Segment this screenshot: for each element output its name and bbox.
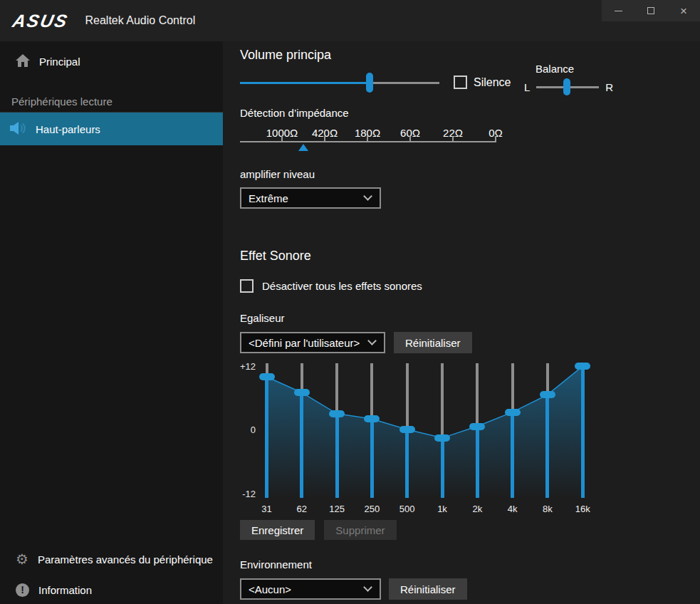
- eq-band-track-lower[interactable]: [370, 419, 374, 498]
- disable-effects-label: Désactiver tous les effets sonores: [262, 280, 422, 292]
- environment-reset-button[interactable]: Réinitialiser: [389, 578, 467, 600]
- speaker-icon: [10, 121, 28, 137]
- eq-band-track-upper[interactable]: [301, 363, 303, 392]
- home-icon: [16, 54, 30, 69]
- eq-band-track-lower[interactable]: [441, 438, 444, 498]
- equalizer-preset-value: <Défini par l'utilisateur>: [249, 337, 360, 349]
- eq-band-track-upper[interactable]: [406, 363, 409, 429]
- impedance-scale: 1000Ω420Ω180Ω60Ω22Ω0Ω: [240, 127, 499, 155]
- mute-label: Silence: [474, 76, 511, 89]
- close-icon: ×: [680, 5, 687, 17]
- volume-slider-fill: [240, 82, 370, 84]
- impedance-tick: [281, 136, 283, 141]
- main-content: Volume principa Silence Balance L: [223, 41, 700, 604]
- impedance-tick: [495, 136, 496, 141]
- delete-button[interactable]: Supprimer: [324, 520, 396, 540]
- balance-slider[interactable]: [536, 78, 599, 95]
- balance-right-label: R: [605, 81, 613, 93]
- amplifier-dropdown[interactable]: Extrême: [240, 187, 381, 209]
- eq-band-label: 500: [393, 504, 422, 514]
- eq-band-label: 2k: [463, 504, 491, 514]
- minimize-button[interactable]: [604, 0, 632, 21]
- sidebar-item-label: Paramètres avancés du périphérique: [38, 553, 213, 566]
- eq-band-track-lower[interactable]: [265, 377, 268, 498]
- mute-group: Silence: [454, 76, 511, 89]
- eq-band-label: 31: [253, 504, 281, 514]
- impedance-axis: [240, 141, 496, 142]
- close-button[interactable]: ×: [669, 0, 698, 21]
- eq-band-handle[interactable]: [364, 415, 380, 422]
- sidebar-item-principal[interactable]: Principal: [0, 47, 223, 76]
- eq-band-handle[interactable]: [434, 434, 450, 442]
- sidebar-item-label: Information: [38, 584, 92, 596]
- eq-band-handle[interactable]: [399, 426, 415, 433]
- sidebar-item-parametres-avances[interactable]: ⚙ Paramètres avancés du périphérique: [0, 543, 223, 576]
- eq-band-handle[interactable]: [329, 410, 345, 417]
- app-window: ASUS Realtek Audio Control × Principal P…: [0, 0, 700, 604]
- eq-band-handle[interactable]: [575, 363, 590, 370]
- volume-slider[interactable]: [240, 73, 439, 93]
- effects-title: Effet Sonore: [240, 248, 700, 264]
- equalizer-chart: +12 0 -12 31621252505001k2k4k8k16k: [240, 360, 610, 515]
- equalizer-preset-dropdown[interactable]: <Défini par l'utilisateur>: [240, 332, 385, 353]
- eq-curve: [240, 360, 610, 515]
- eq-band-track-upper[interactable]: [335, 363, 338, 414]
- sidebar: Principal Périphériques lecture Haut-par…: [0, 41, 223, 604]
- environment-dropdown[interactable]: <Aucun>: [240, 578, 381, 600]
- eq-band-track-lower[interactable]: [405, 429, 409, 498]
- volume-slider-handle[interactable]: [366, 73, 373, 93]
- gear-icon: ⚙: [16, 552, 28, 566]
- eq-band-track-upper[interactable]: [511, 363, 514, 412]
- environment-label: Environnement: [240, 558, 700, 571]
- balance-left-label: L: [524, 81, 530, 93]
- eq-band-handle[interactable]: [469, 423, 485, 430]
- save-button[interactable]: Enregistrer: [240, 520, 315, 540]
- impedance-tick: [324, 136, 325, 141]
- balance-group: Balance L R: [524, 63, 613, 97]
- volume-title: Volume principa: [240, 47, 700, 63]
- eq-band-track-upper[interactable]: [476, 363, 479, 427]
- disable-effects-checkbox[interactable]: [240, 279, 254, 293]
- eq-band-label: 4k: [498, 504, 527, 514]
- balance-label: Balance: [536, 63, 613, 76]
- equalizer-reset-button[interactable]: Réinitialiser: [394, 332, 472, 353]
- eq-band-track-lower[interactable]: [335, 414, 339, 498]
- impedance-title: Détection d’impédance: [240, 107, 700, 120]
- sidebar-item-haut-parleurs[interactable]: Haut-parleurs: [0, 113, 223, 145]
- asus-logo: ASUS: [11, 11, 70, 31]
- balance-handle[interactable]: [563, 78, 570, 95]
- chevron-down-icon: [367, 336, 377, 345]
- eq-band-track-lower[interactable]: [581, 366, 585, 498]
- eq-band-handle[interactable]: [540, 391, 555, 398]
- sidebar-item-information[interactable]: ! Information: [0, 576, 223, 604]
- chevron-down-icon: [363, 583, 372, 592]
- sidebar-section-label: Périphériques lecture: [0, 95, 223, 108]
- eq-band-handle[interactable]: [259, 373, 275, 380]
- maximize-button[interactable]: [637, 0, 665, 21]
- eq-band-track-lower[interactable]: [545, 395, 549, 498]
- eq-band-track-lower[interactable]: [511, 412, 514, 498]
- volume-row: Silence Balance L R: [240, 63, 700, 97]
- eq-band-label: 1k: [428, 504, 456, 514]
- eq-band-track-upper[interactable]: [370, 363, 373, 419]
- impedance-marker-icon: [298, 144, 308, 151]
- minimize-icon: [615, 11, 622, 11]
- eq-band-track-lower[interactable]: [476, 427, 479, 498]
- amplifier-label: amplifier niveau: [240, 168, 700, 181]
- window-title: Realtek Audio Control: [85, 14, 195, 27]
- eq-band-handle[interactable]: [505, 409, 521, 416]
- eq-band-track-upper[interactable]: [441, 363, 444, 438]
- eq-band-label: 62: [288, 504, 316, 514]
- eq-band-track-upper[interactable]: [546, 363, 549, 395]
- impedance-tick: [409, 136, 411, 141]
- volume-slider-rest: [370, 82, 439, 84]
- mute-checkbox[interactable]: [454, 76, 467, 89]
- eq-band-handle[interactable]: [294, 389, 310, 396]
- window-controls: ×: [602, 0, 700, 21]
- eq-band-label: 250: [357, 504, 386, 514]
- sidebar-footer: ⚙ Paramètres avancés du périphérique ! I…: [0, 543, 223, 604]
- eq-band-label: 8k: [533, 504, 562, 514]
- amplifier-value: Extrême: [249, 192, 288, 204]
- eq-band-label: 125: [323, 504, 351, 514]
- eq-band-track-lower[interactable]: [300, 392, 303, 498]
